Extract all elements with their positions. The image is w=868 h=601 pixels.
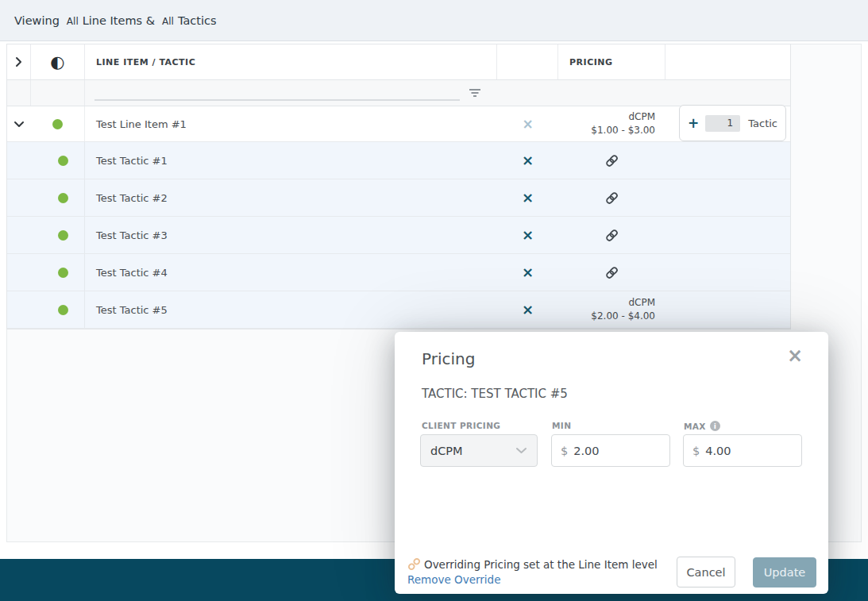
tactics-column-header <box>665 44 790 79</box>
remove-tactic-icon[interactable]: × <box>522 153 534 168</box>
line-item-tactic-header: LINE ITEM / TACTIC <box>85 44 497 79</box>
client-pricing-label: CLIENT PRICING <box>422 421 500 430</box>
max-value: 4.00 <box>705 445 731 457</box>
link-icon[interactable] <box>605 154 619 168</box>
min-value: 2.00 <box>573 445 599 457</box>
status-dot <box>58 305 68 315</box>
tactic-button-label: Tactic <box>748 118 777 129</box>
tactic-name: Test Tactic #5 <box>96 304 168 316</box>
pricing-modal: Pricing × TACTIC: TEST TACTIC #5 CLIENT … <box>395 332 828 594</box>
modal-title: Pricing <box>422 349 475 368</box>
currency-prefix: $ <box>692 445 700 457</box>
remove-override-link[interactable]: Remove Override <box>407 573 501 586</box>
status-dot <box>58 193 68 203</box>
tactic-row: Test Tactic #2 × <box>7 179 790 217</box>
remove-line-item-icon[interactable]: × <box>522 118 533 131</box>
max-label: MAX i <box>684 421 720 431</box>
status-dot <box>52 119 63 129</box>
max-input[interactable]: $ 4.00 <box>683 434 802 467</box>
chevron-down-icon <box>515 447 527 454</box>
tactics-filter-all[interactable]: All <box>162 16 174 27</box>
remove-tactic-icon[interactable]: × <box>522 302 534 317</box>
filter-row <box>7 80 790 106</box>
tactic-count-badge: 1 <box>705 115 740 132</box>
actions-column-header <box>497 44 558 79</box>
chevron-right-icon <box>15 56 22 67</box>
currency-prefix: $ <box>561 445 568 457</box>
viewing-label: Viewing <box>14 14 60 27</box>
line-item-name: Test Line Item #1 <box>96 118 187 130</box>
filter-input[interactable] <box>95 85 460 101</box>
link-icon[interactable] <box>605 191 619 205</box>
tactic-row-selected: Test Tactic #5 × dCPM $2.00 - $4.00 <box>7 291 790 329</box>
tactic-pricing[interactable]: dCPM $2.00 - $4.00 <box>558 291 665 328</box>
tactic-name: Test Tactic #2 <box>96 192 168 204</box>
line-items-label: Line Items & <box>83 14 155 27</box>
view-toolbar: Viewing All Line Items & All Tactics <box>0 0 868 41</box>
expand-all-header[interactable] <box>7 44 31 79</box>
plus-icon: + <box>688 117 699 130</box>
close-icon[interactable]: × <box>787 346 803 365</box>
table-header-row: ◐ LINE ITEM / TACTIC PRICING <box>7 44 790 80</box>
half-circle-icon: ◐ <box>50 54 64 71</box>
remove-tactic-icon[interactable]: × <box>522 191 534 205</box>
min-label: MIN <box>552 421 571 430</box>
modal-subtitle: TACTIC: TEST TACTIC #5 <box>422 387 568 401</box>
tactic-row: Test Tactic #3 × <box>7 217 790 254</box>
line-item-row: Test Line Item #1 × dCPM $1.00 - $3.00 +… <box>7 106 790 142</box>
line-items-filter-all[interactable]: All <box>67 16 79 27</box>
line-item-pricing[interactable]: dCPM $1.00 - $3.00 <box>558 106 665 141</box>
tactic-name: Test Tactic #1 <box>96 155 168 167</box>
add-tactic-button[interactable]: + 1 Tactic <box>679 105 786 141</box>
status-dot <box>58 268 68 278</box>
pricing-column-header: PRICING <box>558 44 665 79</box>
tactics-label: Tactics <box>178 14 217 27</box>
tactic-name: Test Tactic #3 <box>96 229 168 241</box>
status-dot <box>58 230 68 241</box>
tactic-row: Test Tactic #4 × <box>7 254 790 291</box>
collapse-line-item[interactable] <box>7 106 31 141</box>
link-icon[interactable] <box>605 266 619 279</box>
info-icon[interactable]: i <box>710 421 720 431</box>
cancel-button[interactable]: Cancel <box>677 557 735 588</box>
status-dot <box>58 156 68 166</box>
status-column-header[interactable]: ◐ <box>31 44 85 79</box>
link-icon[interactable] <box>605 229 619 242</box>
client-pricing-select[interactable]: dCPM <box>420 434 538 467</box>
remove-tactic-icon[interactable]: × <box>522 265 534 279</box>
filter-icon[interactable] <box>469 88 481 98</box>
line-items-table: ◐ LINE ITEM / TACTIC PRICING <box>6 44 791 329</box>
tactic-row: Test Tactic #1 × <box>7 142 790 179</box>
chevron-down-icon <box>14 121 25 128</box>
update-button[interactable]: Update <box>753 557 816 588</box>
broken-link-icon <box>407 557 421 571</box>
min-input[interactable]: $ 2.00 <box>551 434 670 467</box>
remove-tactic-icon[interactable]: × <box>522 228 534 242</box>
client-pricing-value: dCPM <box>430 445 463 457</box>
override-note: Overriding Pricing set at the Line Item … <box>407 557 658 571</box>
tactic-name: Test Tactic #4 <box>96 267 168 279</box>
